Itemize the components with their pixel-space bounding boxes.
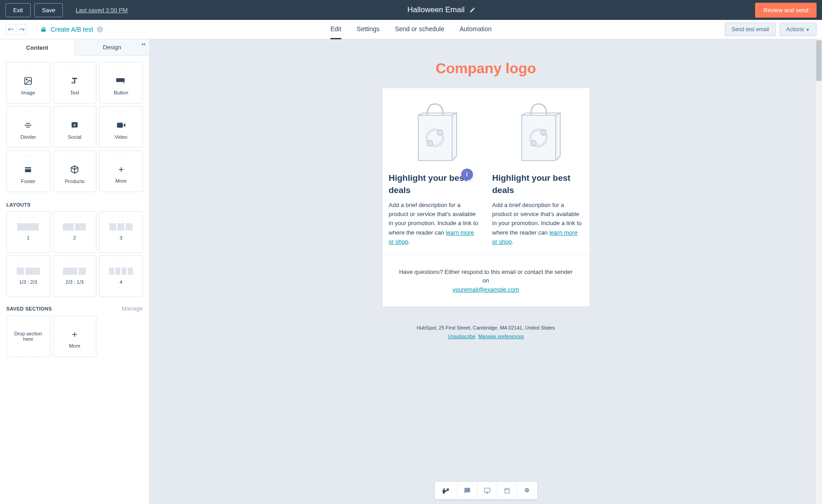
footer-icon [24,165,33,174]
svg-point-12 [437,130,443,135]
undo-button[interactable] [5,24,16,35]
redo-button[interactable] [16,24,27,35]
sidebar-tabs: Content Design [0,39,149,56]
layout-2-3-1-3[interactable]: ⋮⋮⋮⋮ 2/3 : 1/3 [53,255,97,297]
sidebar-tab-design[interactable]: Design [75,39,150,56]
svg-rect-10 [25,169,31,172]
company-logo[interactable]: Company logo [435,60,536,77]
module-products[interactable]: ⋮⋮⋮⋮ Products [53,151,97,192]
tab-automation[interactable]: Automation [459,20,491,39]
layout-label: 4 [120,279,123,285]
footer-address: HubSpot, 25 First Street, Cambridge, MA … [417,324,555,332]
collapse-sidebar-icon[interactable] [140,41,146,47]
layout-4-col[interactable]: ⋮⋮⋮⋮ 4 [99,255,143,297]
layout-label: 1 [27,235,29,240]
actions-dropdown[interactable]: Actions▼ [779,23,817,36]
tab-settings[interactable]: Settings [357,20,380,39]
edit-title-icon[interactable] [469,7,476,13]
drag-handle-icon: ⋮⋮⋮⋮ [19,154,37,158]
email-body: Highlight your best deals Add a brief de… [382,88,590,307]
module-label: More [115,178,127,184]
drag-mode-icon[interactable] [435,482,458,499]
calendar-icon[interactable] [497,482,517,499]
info-tooltip-icon[interactable]: i [461,169,473,180]
create-ab-test-link[interactable]: Create A/B test i [40,26,103,33]
layout-1-3-2-3[interactable]: ⋮⋮⋮⋮ 1/3 : 2/3 [6,255,50,297]
exit-button[interactable]: Exit [5,3,31,17]
unsubscribe-link[interactable]: Unsubscribe [448,334,475,339]
drag-handle-icon: ⋮⋮⋮⋮ [112,65,130,69]
column-title[interactable]: Highlight your best deals [492,172,583,196]
layout-3-col[interactable]: ⋮⋮⋮⋮ 3 [99,211,143,253]
divider-icon [24,121,33,130]
contact-email-link[interactable]: youremail@example.com [453,286,519,293]
info-icon[interactable]: i [97,26,103,33]
drag-handle-icon: ⋮⋮⋮⋮ [19,259,37,263]
column-text[interactable]: Add a brief description for a product or… [492,201,583,246]
saved-sections-grid: Drop section here More [0,316,149,363]
drag-handle-icon: ⋮⋮⋮⋮ [66,259,84,263]
check-badge-icon[interactable] [517,482,537,499]
module-footer[interactable]: ⋮⋮⋮⋮ Footer [6,151,50,192]
module-button[interactable]: ⋮⋮⋮⋮ Button [99,62,143,104]
manage-link[interactable]: Manage [122,305,143,312]
layout-label: 2/3 : 1/3 [66,279,84,285]
button-icon [116,76,127,85]
column-2[interactable]: Highlight your best deals Add a brief de… [486,88,590,254]
saved-more[interactable]: More [53,316,97,357]
image-icon [24,76,33,85]
module-label: Text [70,90,79,95]
sidebar-tab-content[interactable]: Content [0,39,75,56]
period: . [512,238,514,245]
drop-section-zone[interactable]: Drop section here [6,316,50,357]
ab-test-label: Create A/B test [51,26,93,33]
module-more[interactable]: ⋮⋮⋮⋮ More [99,151,143,192]
module-text[interactable]: ⋮⋮⋮⋮ Text [53,62,97,104]
drag-handle-icon: ⋮⋮⋮⋮ [66,214,84,218]
manage-preferences-link[interactable]: Manage preferences [478,334,524,339]
svg-rect-4 [26,123,30,124]
layout-2-col[interactable]: ⋮⋮⋮⋮ 2 [53,211,97,253]
send-test-email-button[interactable]: Send test email [725,23,776,36]
product-image-placeholder[interactable] [389,96,480,166]
scrollbar-thumb[interactable] [816,40,822,81]
svg-point-15 [541,130,546,135]
product-image-placeholder[interactable] [492,96,583,166]
svg-point-17 [447,489,448,490]
module-divider[interactable]: ⋮⋮⋮⋮ Divider [6,106,50,148]
module-label: Products [65,179,84,184]
layouts-grid: ⋮⋮⋮⋮ 1 ⋮⋮⋮⋮ 2 ⋮⋮⋮⋮ 3 ⋮⋮⋮⋮ 1/3 : 2/3 ⋮⋮⋮⋮ [0,211,149,301]
main-area: Content Design ⋮⋮⋮⋮ Image ⋮⋮⋮⋮ Text ⋮⋮⋮⋮… [0,39,822,504]
module-image[interactable]: ⋮⋮⋮⋮ Image [6,62,50,104]
module-video[interactable]: ⋮⋮⋮⋮ Video [99,106,143,148]
module-label: Divider [20,134,36,140]
review-send-button[interactable]: Review and send [755,3,817,18]
module-label: More [69,343,80,349]
last-saved-link[interactable]: Last saved 3:50 PM [76,7,128,14]
email-canvas: Company logo [150,39,822,367]
modules-grid: ⋮⋮⋮⋮ Image ⋮⋮⋮⋮ Text ⋮⋮⋮⋮ Button ⋮⋮⋮⋮ Di… [0,56,149,198]
comment-icon[interactable] [458,482,477,499]
secondary-bar: Create A/B test i Edit Settings Send or … [0,20,822,39]
tab-edit[interactable]: Edit [331,20,341,39]
column-text[interactable]: Add a brief description for a product or… [389,201,480,246]
drag-handle-icon: ⋮⋮⋮⋮ [66,109,84,113]
social-icon: # [70,121,79,130]
save-button[interactable]: Save [34,3,63,17]
desktop-icon[interactable] [477,482,497,499]
module-social[interactable]: ⋮⋮⋮⋮ # Social [53,106,97,148]
questions-row[interactable]: Have questions? Either respond to this e… [383,255,590,307]
module-label: Social [68,134,81,140]
email-footer[interactable]: HubSpot, 25 First Street, Cambridge, MA … [417,324,555,367]
tab-send-schedule[interactable]: Send or schedule [395,20,444,39]
drag-handle-icon: ⋮⋮⋮⋮ [19,214,37,218]
title-area: Halloween Email [128,5,755,14]
svg-rect-8 [117,123,123,128]
svg-rect-9 [25,167,31,169]
layout-1-col[interactable]: ⋮⋮⋮⋮ 1 [6,211,50,253]
svg-rect-5 [26,127,30,127]
drag-handle-icon: ⋮⋮⋮⋮ [112,154,130,158]
scrollbar[interactable] [816,39,822,504]
module-label: Footer [21,179,35,184]
page-title: Halloween Email [407,5,465,14]
